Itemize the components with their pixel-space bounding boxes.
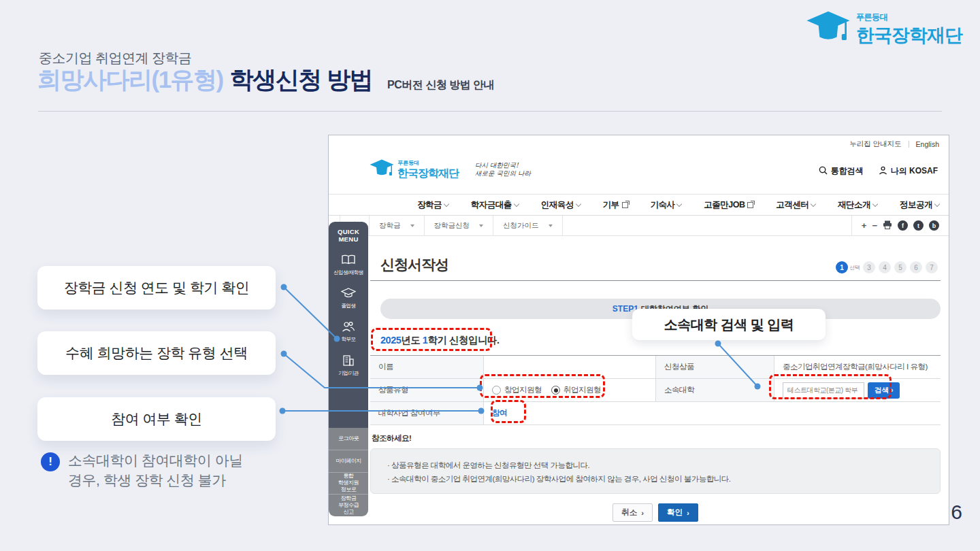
step-circle: 6: [910, 261, 922, 273]
step-circle: 3: [863, 261, 875, 273]
row-header-university: 소속대학: [656, 379, 774, 401]
site-logo-main-label: 한국장학재단: [397, 167, 459, 181]
semester-year-suffix: 년도: [401, 335, 423, 346]
slide: 중소기업 취업연계 장학금 희망사다리(1유형) 학생신청 방법 PC버전 신청…: [0, 0, 980, 551]
row-header-product: 신청상품: [656, 356, 774, 378]
title-underline: [370, 280, 941, 281]
zoom-in-icon[interactable]: +: [862, 220, 867, 231]
quickmenu-item-parents[interactable]: 학부모: [342, 321, 356, 343]
warning-line-1: 소속대학이 참여대학이 아닐: [68, 450, 243, 470]
chevron-down-icon: [811, 201, 816, 206]
nav-item-customer-center[interactable]: 고객센터: [776, 199, 815, 211]
quickmenu-item-freshman[interactable]: 신입생/재학생: [333, 254, 363, 276]
external-link-icon: [622, 202, 628, 208]
callout-card-3: 참여 여부 확인: [37, 397, 276, 441]
nav-item-talent[interactable]: 인재육성: [541, 199, 581, 211]
semester-term-suffix: 학기 신청입니다.: [427, 335, 499, 346]
product-value: 중소기업취업연계장학금(희망사다리 I 유형): [774, 356, 941, 378]
title-note: PC버전 신청 방법 안내: [387, 78, 494, 93]
site-logo[interactable]: 푸른등대 한국장학재단: [370, 158, 459, 181]
nav-label: 장학금: [417, 199, 442, 211]
slogan-script: 다시 대한민국! 새로운 국민의 나라: [475, 161, 531, 178]
nav-item-dormitory[interactable]: 기숙사: [650, 199, 681, 211]
people-icon: [342, 321, 355, 334]
site-header: 푸른등대 한국장학재단 다시 대한민국! 새로운 국민의 나라 통합검색 나의 …: [329, 152, 949, 194]
cancel-button[interactable]: 취소›: [612, 503, 653, 522]
quickmenu-integrated-info[interactable]: 통합 학생지원 정보로: [329, 472, 368, 495]
quickmenu-label: 기업/기관: [338, 370, 359, 377]
nav-item-disclosure[interactable]: 정보공개: [900, 199, 939, 211]
my-kosaf[interactable]: 나의 KOSAF: [879, 165, 938, 177]
caret-down-icon: [549, 224, 553, 227]
radio-startup-support[interactable]: 창업지원형: [492, 385, 542, 395]
table-row: 이름 신청상품 중소기업취업연계장학금(희망사다리 I 유형): [370, 356, 941, 379]
confirm-button[interactable]: 확인›: [658, 503, 698, 522]
breadcrumb-item-apply[interactable]: 장학금신청: [425, 216, 494, 235]
chevron-down-icon: [514, 201, 519, 206]
slide-title: 희망사다리(1유형) 학생신청 방법 PC버전 신청 방법 안내: [37, 64, 494, 96]
chevron-down-icon: [872, 201, 878, 206]
breadcrumb-label: 신청가이드: [503, 221, 539, 231]
nav-item-gojol-job[interactable]: 고졸만JOB: [704, 199, 753, 211]
blog-icon[interactable]: b: [929, 220, 939, 231]
caret-down-icon: [479, 224, 483, 227]
breadcrumb-tools: + − f t b: [851, 216, 949, 235]
row-header-participation: 대학사업 참여여부: [370, 402, 484, 424]
nav-item-student-loan[interactable]: 학자금대출: [471, 199, 519, 211]
breadcrumb-item-scholarship[interactable]: 장학금: [370, 216, 425, 235]
university-input[interactable]: [783, 382, 864, 399]
print-icon[interactable]: [883, 220, 892, 231]
quickmenu-mypage[interactable]: 마이페이지: [329, 450, 368, 472]
radio-label: 취업지원형: [564, 385, 601, 395]
radio-label: 창업지원형: [504, 385, 542, 395]
radio-unselected-icon: [492, 386, 501, 395]
radio-employment-support[interactable]: 취업지원형: [551, 385, 601, 395]
nav-label: 학자금대출: [471, 199, 512, 211]
quickmenu-item-graduate[interactable]: 졸업생: [341, 288, 356, 310]
grad-cap-logo-icon: [806, 10, 851, 49]
quickmenu-item-corporate[interactable]: 기업/기관: [338, 354, 359, 377]
book-icon: [342, 254, 355, 267]
step-active-label: 선택: [849, 264, 860, 271]
nav-item-about[interactable]: 재단소개: [838, 199, 877, 211]
site-logo-top-label: 푸른등대: [397, 159, 459, 167]
application-table: 이름 신청상품 중소기업취업연계장학금(희망사다리 I 유형) 상품유형 창업지…: [370, 355, 941, 425]
confirm-label: 확인: [667, 507, 683, 518]
quick-menu: QUICK MENU 신입생/재학생 졸업생 학부모 기업/기관: [329, 222, 368, 516]
facebook-icon[interactable]: f: [898, 220, 908, 231]
exclamation-icon: !: [41, 452, 60, 471]
breadcrumb-item-guide[interactable]: 신청가이드: [493, 216, 563, 235]
breadcrumb-label: 장학금신청: [434, 221, 470, 231]
english-link[interactable]: English: [916, 140, 939, 148]
warning-note: ! 소속대학이 참여대학이 아닐 경우, 학생 장학 신청 불가: [41, 450, 243, 490]
nav-label: 고객센터: [776, 199, 808, 211]
callout-card-1: 장학금 신청 연도 및 학기 확인: [37, 266, 276, 310]
nav-label: 인재육성: [541, 199, 574, 211]
brand-main-label: 한국장학재단: [856, 23, 962, 48]
grad-cap-icon: [341, 288, 356, 301]
quickmenu-logout[interactable]: 로그아웃: [329, 428, 368, 450]
table-row: 상품유형 창업지원형 취업지원형 소속대학: [370, 379, 941, 402]
product-type-radio-group: 창업지원형 취업지원형: [492, 385, 601, 395]
title-highlight: 희망사다리(1유형): [37, 64, 223, 96]
zoom-out-icon[interactable]: −: [872, 220, 877, 231]
utility-divider: [909, 141, 909, 148]
nav-label: 정보공개: [900, 199, 932, 211]
brand-top-label: 푸른등대: [856, 12, 962, 23]
chevron-down-icon: [444, 201, 449, 206]
chevron-down-icon: [575, 201, 581, 206]
chevron-down-icon: [676, 201, 682, 206]
nav-item-scholarship[interactable]: 장학금: [417, 199, 448, 211]
step-circle-active: 1: [836, 261, 848, 273]
integrated-search[interactable]: 통합검색: [819, 165, 864, 177]
sitemap-link[interactable]: 누리집 안내지도: [849, 139, 901, 149]
semester-notice: 2025년도 1학기 신청입니다.: [380, 334, 499, 347]
quick-menu-title: QUICK MENU: [338, 228, 359, 243]
university-search-button[interactable]: 검색 ›: [868, 382, 900, 399]
page-title: 신청서작성: [380, 255, 448, 274]
nav-item-donation[interactable]: 기부: [603, 199, 628, 211]
quickmenu-report[interactable]: 장학금 부정수급 신고: [329, 494, 368, 516]
twitter-icon[interactable]: t: [913, 220, 924, 231]
table-row: 대학사업 참여여부 참여: [370, 402, 941, 425]
main-nav: 장학금 학자금대출 인재육성 기부 기숙사 고졸만JOB 고객센터 재단소개 정…: [329, 194, 949, 216]
